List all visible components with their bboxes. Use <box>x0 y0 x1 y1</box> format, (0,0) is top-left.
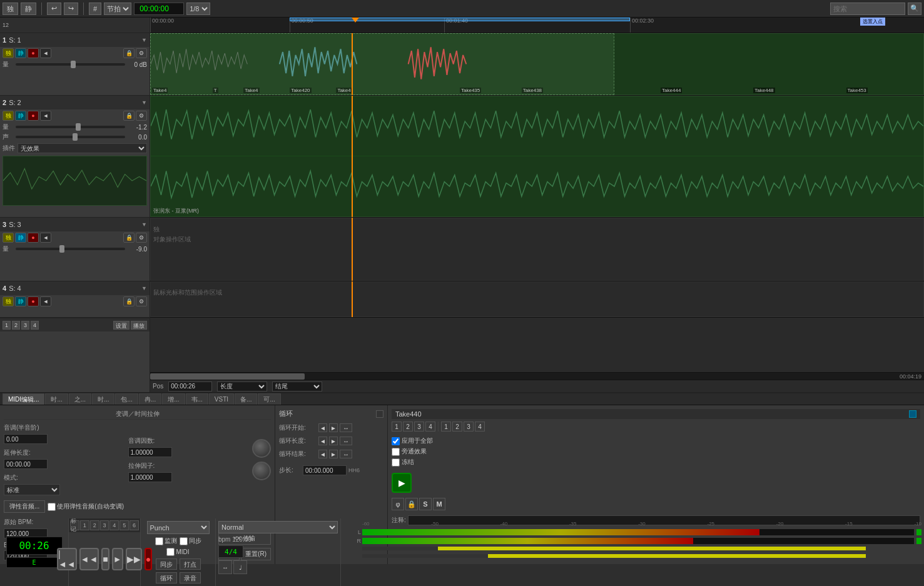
track-4-waveform[interactable]: 鼠标光标和范围操作区域 <box>150 281 924 318</box>
take-lock-icon[interactable]: 🔒 <box>405 498 418 510</box>
time-sig-input[interactable] <box>218 545 243 558</box>
vs-stretch-input[interactable] <box>4 459 48 469</box>
quantize-select[interactable]: 节拍 <box>104 3 131 15</box>
track-nav-2[interactable]: 2 <box>12 321 20 330</box>
loop-len-extend[interactable]: ↔ <box>340 437 352 445</box>
track-3-solo-btn[interactable]: 独 <box>3 233 14 243</box>
playback-btn[interactable]: 播放 <box>131 321 147 330</box>
track-2-pan-thumb[interactable] <box>73 133 78 141</box>
loop-close-btn[interactable] <box>376 410 383 418</box>
track-3-lock-btn[interactable]: 🔒 <box>123 233 135 243</box>
track-3-gear-btn[interactable]: ⚙ <box>136 233 147 243</box>
tab-wei[interactable]: 韦... <box>186 393 208 405</box>
loop-end-left[interactable]: ◄ <box>318 450 327 458</box>
loop-step-input[interactable] <box>303 465 347 475</box>
solo-global-btn[interactable]: 独 <box>3 3 18 15</box>
track-3-mute-btn[interactable]: 静 <box>15 233 26 243</box>
track-2-mute-btn[interactable]: 静 <box>15 111 26 121</box>
sync-mode-btn[interactable]: ↔ <box>218 560 232 574</box>
mute-global-btn[interactable]: 静 <box>21 3 36 15</box>
track-1-gear-btn[interactable]: ⚙ <box>136 48 147 58</box>
vs-mode-select[interactable]: 标准 <box>4 484 60 495</box>
loop-start-right[interactable]: ► <box>329 423 338 432</box>
rewind-btn[interactable]: ◄◄ <box>79 548 99 570</box>
take-close-btn[interactable] <box>909 410 916 418</box>
rewind-to-start-btn[interactable]: |◄◄ <box>57 548 77 570</box>
vs-knob-2[interactable] <box>252 462 271 480</box>
monitor-checkbox[interactable] <box>155 537 163 545</box>
track-num-marker[interactable]: 标记 <box>70 520 79 530</box>
elastic-audio-btn[interactable]: 弹性音频... <box>4 500 45 513</box>
take-nav-1[interactable]: 1 <box>441 422 451 432</box>
track-4-gear-btn[interactable]: ⚙ <box>136 296 147 306</box>
fast-forward-btn[interactable]: ▶▶ <box>126 548 142 570</box>
apply-all-checkbox[interactable] <box>392 437 400 445</box>
loop-region-indicator[interactable] <box>290 18 630 21</box>
take-phi-icon[interactable]: φ <box>392 498 404 510</box>
loop-len-right[interactable]: ► <box>329 437 338 445</box>
stop-btn[interactable]: ■ <box>101 548 109 570</box>
track-4-lock-btn[interactable]: 🔒 <box>123 296 135 306</box>
take-num-3[interactable]: 3 <box>414 422 424 432</box>
tab-zhi[interactable]: 之... <box>69 393 91 405</box>
track-2-vol-thumb[interactable] <box>76 123 81 131</box>
track-nav-4[interactable]: 4 <box>31 321 39 330</box>
track-num-6[interactable]: 6 <box>129 520 139 530</box>
track-2-pan-fader[interactable] <box>16 136 125 138</box>
loop-len-left[interactable]: ◄ <box>318 437 327 445</box>
track-2-mon-btn[interactable]: ◄ <box>40 111 51 121</box>
tab-bao[interactable]: 包... <box>115 393 138 405</box>
tab-zeng[interactable]: 增... <box>162 393 185 405</box>
track-4-mute-btn[interactable]: 静 <box>15 296 26 306</box>
track-2-solo-btn[interactable]: 独 <box>3 111 14 121</box>
track-num-2[interactable]: 2 <box>90 520 99 530</box>
vs-pitch-input[interactable] <box>4 434 48 444</box>
tab-bei[interactable]: 备... <box>235 393 257 405</box>
search-btn[interactable]: 🔍 <box>908 3 921 15</box>
tab-time[interactable]: 时... <box>45 393 68 405</box>
track-1-rec-btn[interactable]: ● <box>28 48 39 58</box>
track-2-waveform[interactable]: 张润东 - 豆浆(MR) <box>150 96 924 218</box>
play-btn[interactable]: ► <box>112 548 123 570</box>
track-3-expand[interactable]: ▼ <box>141 221 147 228</box>
take-num-2[interactable]: 2 <box>403 422 413 432</box>
track-2-vol-fader[interactable] <box>16 126 125 128</box>
track-2-lock-btn[interactable]: 🔒 <box>123 111 135 121</box>
tab-ke[interactable]: 可... <box>258 393 280 405</box>
take-num-4[interactable]: 4 <box>425 422 435 432</box>
midi-checkbox[interactable] <box>166 548 175 556</box>
track-3-mon-btn[interactable]: ◄ <box>40 233 51 243</box>
timeline-scroll-thumb[interactable] <box>150 373 305 380</box>
tab-ran[interactable]: 冉... <box>139 393 161 405</box>
track-4-rec-btn[interactable]: ● <box>28 296 39 306</box>
track-num-1[interactable]: 1 <box>80 520 89 530</box>
pos-input[interactable] <box>168 381 212 392</box>
freeze-checkbox[interactable] <box>392 458 400 467</box>
track-nav-1[interactable]: 1 <box>3 321 11 330</box>
loop-end-right[interactable]: ► <box>329 450 338 458</box>
elastic-checkbox[interactable] <box>48 503 56 511</box>
tab-vsti[interactable]: VSTI <box>209 393 234 405</box>
sync-checkbox[interactable] <box>180 537 188 545</box>
counter-select[interactable]: 1/8 <box>186 3 210 15</box>
track-4-solo-btn[interactable]: 独 <box>3 296 14 306</box>
crossfade-checkbox[interactable] <box>392 448 400 456</box>
undo-btn[interactable]: ↩ <box>47 3 61 15</box>
punch-mode-select[interactable]: Punch <box>147 521 210 534</box>
track-num-4[interactable]: 4 <box>109 520 119 530</box>
track-1-mon-btn[interactable]: ◄ <box>40 48 51 58</box>
take-m-btn[interactable]: M <box>433 498 445 510</box>
track-1-mute-btn[interactable]: 静 <box>15 48 26 58</box>
loop-btn[interactable]: 循环 <box>156 572 177 583</box>
take-play-btn[interactable]: ▶ <box>392 473 412 493</box>
track-1-solo-btn[interactable]: 独 <box>3 48 14 58</box>
track-1-waveform[interactable]: Take4 T Take4 Take420 Take4 Take435 Take… <box>150 33 924 96</box>
track-1-vol-fader[interactable] <box>16 63 125 66</box>
track-4-mon-btn[interactable]: ◄ <box>40 296 51 306</box>
vs-knob-1[interactable] <box>252 439 271 458</box>
track-3-vol-fader[interactable] <box>16 248 125 250</box>
tab-midi[interactable]: MIDI编辑... <box>3 393 44 405</box>
take-nav-4[interactable]: 4 <box>475 422 485 432</box>
redo-btn[interactable]: ↪ <box>64 3 78 15</box>
punch-in-btn[interactable]: 同步 <box>156 558 177 570</box>
